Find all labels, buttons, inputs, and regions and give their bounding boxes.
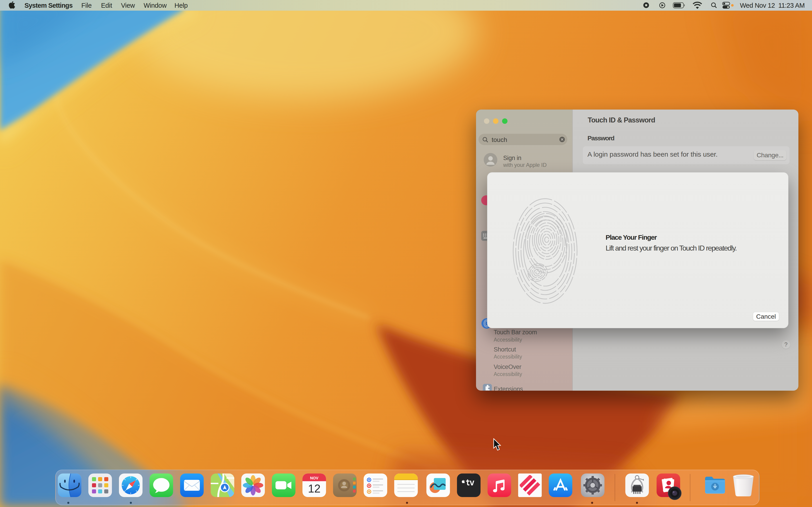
svg-text:12: 12 — [308, 482, 320, 495]
svg-text:NOV: NOV — [310, 476, 319, 480]
